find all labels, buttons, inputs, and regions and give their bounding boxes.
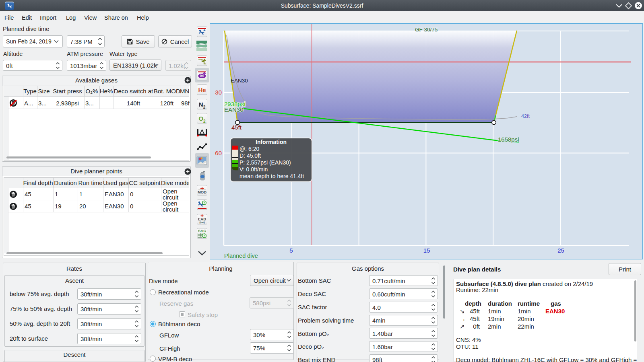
svg-text:GF 30/75: GF 30/75 — [415, 27, 438, 33]
svg-text:15: 15 — [423, 247, 430, 254]
svg-text:25: 25 — [557, 247, 564, 254]
svg-text:1658psi: 1658psi — [498, 136, 519, 143]
svg-text:30: 30 — [215, 89, 222, 96]
svg-text:@: 6:20: @: 6:20 — [239, 146, 259, 152]
svg-text:mean depth to here 41.4ft: mean depth to here 41.4ft — [239, 173, 304, 179]
svg-text:P: 2,557psi (EAN30): P: 2,557psi (EAN30) — [239, 159, 291, 166]
svg-text:5: 5 — [289, 247, 293, 254]
svg-text:D: 45.0ft: D: 45.0ft — [239, 152, 261, 159]
svg-text:EAN30: EAN30 — [231, 78, 248, 84]
svg-text:EAN30: EAN30 — [224, 106, 244, 113]
svg-text:42ft: 42ft — [521, 113, 530, 119]
svg-text:60: 60 — [215, 150, 222, 156]
svg-text:Information: Information — [256, 139, 287, 145]
svg-text:45ft: 45ft — [231, 124, 242, 131]
svg-text:V: 0.0ft/min: V: 0.0ft/min — [239, 166, 268, 173]
svg-text:Planned dive: Planned dive — [224, 253, 258, 259]
